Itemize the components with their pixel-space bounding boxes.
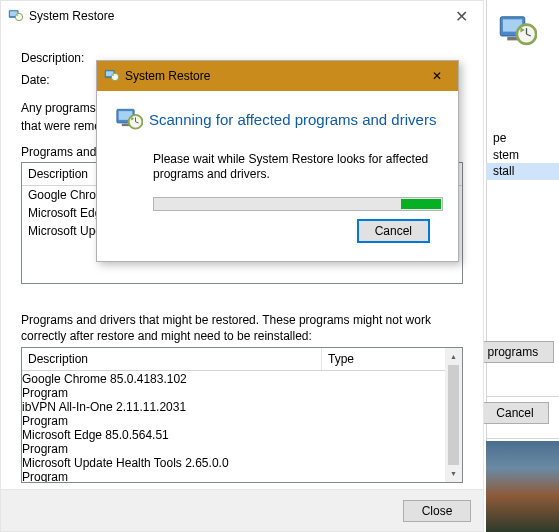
scrollbar[interactable]: ▲ ▼ [445,348,462,482]
window-title: System Restore [29,9,114,23]
description-label: Description: [21,51,99,65]
scroll-thumb[interactable] [448,365,459,465]
progress-bar [153,197,443,211]
right-panel-label: stem [493,148,555,162]
right-panel-partial: pe stem stall ected programs Cancel [486,0,559,532]
svg-point-11 [111,73,118,80]
dialog-titlebar: System Restore ✕ [97,61,458,91]
desktop-wallpaper-partial [486,441,559,532]
list-item[interactable]: Microsoft Edge 85.0.564.51Program [22,428,445,456]
column-header-description[interactable]: Description [22,348,322,370]
system-restore-icon [7,7,23,26]
date-label: Date: [21,73,99,87]
restorable-programs-list[interactable]: Description Type Google Chrome 85.0.4183… [21,347,463,483]
scroll-up-icon[interactable]: ▲ [445,348,462,365]
system-restore-icon [103,67,119,86]
list-item[interactable]: ibVPN All-In-One 2.11.11.2031Program [22,400,445,428]
svg-point-8 [15,13,22,20]
right-panel-label: pe [493,131,555,145]
cancel-button[interactable]: Cancel [357,219,430,243]
cancel-button[interactable]: Cancel [481,402,549,424]
list-item[interactable]: Microsoft Update Health Tools 2.65.0.0Pr… [22,456,445,483]
window-titlebar: System Restore ✕ [1,1,483,31]
close-button[interactable]: Close [403,500,471,522]
scroll-down-icon[interactable]: ▼ [445,465,462,482]
section-label: Programs and drivers that might be resto… [21,312,463,344]
dialog-title: System Restore [125,69,210,83]
system-restore-icon [495,8,545,50]
divider [486,396,559,397]
list-item[interactable]: Google Chrome 85.0.4183.102Program [22,372,445,400]
dialog-message: Please wait while System Restore looks f… [153,152,442,183]
right-panel-label: stall [493,164,555,178]
divider [486,438,559,439]
scanning-dialog: System Restore ✕ Scanning for affected p… [96,60,459,262]
progress-fill [401,199,441,209]
dialog-heading: Scanning for affected programs and drive… [149,111,436,130]
system-restore-icon [113,103,149,138]
close-button[interactable]: ✕ [422,69,452,83]
column-header-type[interactable]: Type [322,348,462,370]
close-button[interactable]: ✕ [445,7,477,26]
